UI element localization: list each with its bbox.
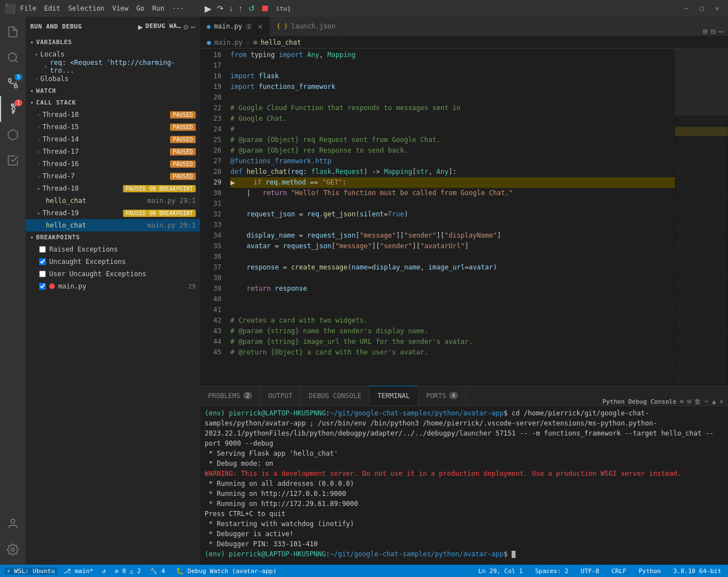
activity-account[interactable] [0,511,26,537]
tab-more-btn[interactable]: ⋯ [719,27,724,36]
code-line-26: # @param {Object} res Response to send b… [230,145,675,156]
thread-7[interactable]: › Thread-7 PAUSED [26,170,200,182]
status-language[interactable]: Python [636,567,663,575]
tab-panel-btn[interactable]: ⊟ [711,27,715,36]
thread-19-frame-0[interactable]: hello_chat main.py 29:1 [26,219,200,231]
terminal-line: * Running on http://172.29.61.89:9000 [205,499,724,509]
activity-extensions[interactable] [0,122,26,148]
thread-15[interactable]: › Thread-15 PAUSED [26,121,200,133]
thread-19-arrow: ▾ [37,210,40,216]
breadcrumb-func[interactable]: hello_chat [261,39,301,46]
tab-terminal[interactable]: TERMINAL [370,386,418,405]
panel-split[interactable]: ⊞ [687,398,691,405]
code-line-17 [230,60,675,71]
debug-stepout-btn[interactable]: ↑ [237,3,245,14]
status-python-version[interactable]: 3.8.10 64-bit [671,567,724,575]
tab-main-close[interactable]: ✕ [258,22,262,31]
breadcrumb-file[interactable]: main.py [214,39,243,46]
panel-delete[interactable]: 🗑 [694,398,701,405]
status-branch[interactable]: ⎇ main* [62,567,96,575]
activity-debug[interactable]: 1 [0,96,26,122]
breakpoints-section-header[interactable]: ▾ BREAKPOINTS [26,231,200,243]
panel-close[interactable]: ✕ [720,398,724,405]
status-encoding[interactable]: UTF-8 [579,567,602,575]
sidebar-more-btn[interactable]: ⋯ [191,22,196,31]
menu-go[interactable]: Go [136,4,144,12]
activity-search[interactable] [0,45,26,70]
tab-output[interactable]: OUTPUT [261,386,301,405]
tab-launch-json[interactable]: { } launch.json [270,17,343,36]
locals-req-item[interactable]: › req: <Request 'http://charming-tro... [26,60,200,73]
thread-16-badge: PAUSED [170,160,196,168]
watch-section-header[interactable]: ▾ WATCH [26,85,200,97]
window-minimize[interactable]: — [680,3,693,13]
debug-run-btn[interactable]: ▶ [138,22,143,31]
terminal-line: (env) pierrick@LAPTOP-HKU5PNNG:~/git/goo… [205,408,724,448]
tab-main-py[interactable]: ● main.py 2 ✕ [200,17,270,36]
tab-debug-console[interactable]: DEBUG CONSOLE [301,386,370,405]
status-eol[interactable]: CRLF [609,567,629,575]
thread-18[interactable]: ▾ Thread-18 PAUSED ON BREAKPOINT [26,182,200,195]
bp-main-py[interactable]: main.py 29 [26,280,200,292]
panel-more[interactable]: ⋯ [705,398,708,405]
debug-settings-btn[interactable]: ⚙ [183,22,188,31]
thread-19-file: main.py 29:1 [147,221,196,229]
code-line-28: def hello_chat(req: flask.Request) -> Ma… [230,167,675,177]
thread-14[interactable]: › Thread-14 PAUSED [26,133,200,145]
terminal-line: * Debugger PIN: 333-101-410 [205,539,724,549]
thread-15-arrow: › [37,124,40,130]
bp-user-uncaught[interactable]: User Uncaught Exceptions [26,268,200,280]
activity-settings[interactable] [0,537,26,562]
tab-ports[interactable]: PORTS 4 [418,386,466,405]
panel-new-terminal[interactable]: ⊕ [680,398,684,405]
thread-16[interactable]: › Thread-16 PAUSED [26,158,200,170]
thread-17[interactable]: › Thread-17 PAUSED [26,145,200,158]
status-errors[interactable]: ⊘ 0 △ 2 [112,567,143,575]
code-editor[interactable]: 1617181920222324252627282930313233343536… [200,49,675,386]
code-line-29: ▶ if req.method == "GET": [230,177,675,188]
debug-stepover-btn[interactable]: ↷ [215,3,226,14]
tab-problems[interactable]: PROBLEMS 2 [200,386,261,405]
menu-run[interactable]: Run [152,4,164,12]
source-control-badge: 5 [15,74,22,81]
call-stack-section-header[interactable]: ▾ CALL STACK [26,97,200,108]
bp-raised-exceptions[interactable]: Raised Exceptions [26,243,200,256]
svg-point-0 [8,53,17,62]
menu-more[interactable]: ··· [172,4,185,12]
debug-config-select[interactable]: Debug Wa… [145,22,181,31]
variables-section-header[interactable]: ▾ VARIABLES [26,36,200,48]
status-spaces[interactable]: Spaces: 2 [533,567,571,575]
debug-stepinto-btn[interactable]: ↓ [227,3,235,14]
menu-file[interactable]: File [20,4,36,12]
activity-testing[interactable] [0,148,26,173]
activity-source-control[interactable]: 5 [0,70,26,96]
status-position[interactable]: Ln 29, Col 1 [476,567,524,575]
bp-user-uncaught-checkbox[interactable] [39,271,46,277]
panel-maximize[interactable]: ▲ [712,398,716,405]
debug-continue-btn[interactable]: ▶ [202,2,214,15]
status-sync[interactable]: ↺ [100,567,108,575]
thread-18-frame-0[interactable]: hello_chat main.py 29:1 [26,195,200,207]
bp-uncaught-exceptions[interactable]: Uncaught Exceptions [26,256,200,268]
bp-raised-checkbox[interactable] [39,246,46,253]
thread-10[interactable]: › Thread-10 PAUSED [26,108,200,121]
debug-stop-btn[interactable]: ⏹ [258,2,272,15]
bp-main-count: 29 [188,283,196,290]
thread-10-badge: PAUSED [170,111,196,119]
status-remote[interactable]: ⚡ WSL: Ubuntu [4,567,57,575]
window-maximize[interactable]: □ [696,3,708,13]
thread-19[interactable]: ▾ Thread-19 PAUSED ON BREAKPOINT [26,207,200,219]
tab-split-btn[interactable]: ⊞ [703,27,707,36]
status-debug-watch[interactable]: 🔧 4 🐛 Debug Watch (avatar-app) [148,567,279,575]
menu-edit[interactable]: Edit [44,4,60,12]
bp-main-py-checkbox[interactable] [39,283,46,290]
thread-7-arrow: › [37,173,40,179]
panel-content[interactable]: (env) pierrick@LAPTOP-HKU5PNNG:~/git/goo… [200,406,728,565]
menu-selection[interactable]: Selection [68,4,105,12]
menu-view[interactable]: View [112,4,129,12]
window-close[interactable]: ✕ [711,3,724,13]
globals-tree-item[interactable]: › Globals [26,73,200,85]
activity-explorer[interactable] [0,19,26,45]
debug-restart-btn[interactable]: ↺ [246,3,257,14]
bp-uncaught-checkbox[interactable] [39,258,46,265]
